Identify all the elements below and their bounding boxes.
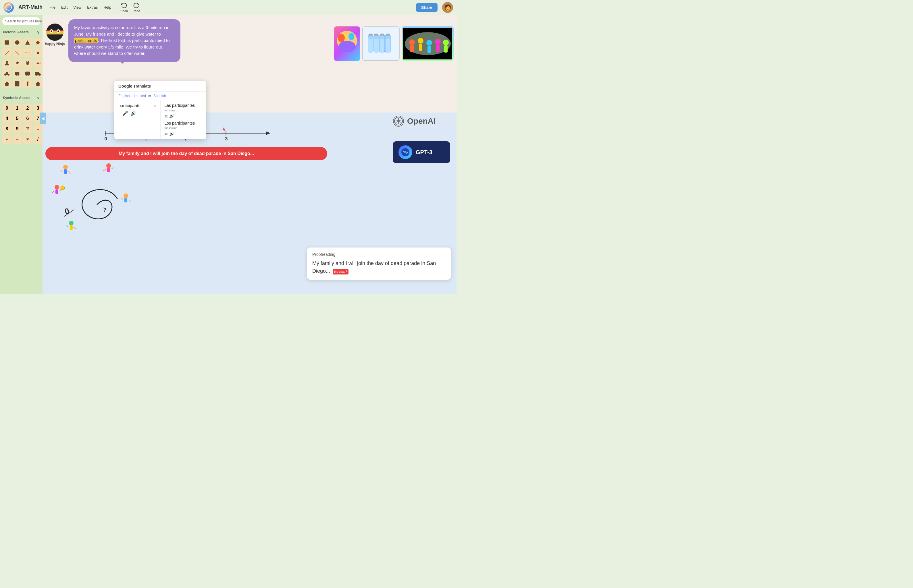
translate-speaker-icon[interactable]: 🔊 (130, 111, 136, 116)
icon-building[interactable] (13, 79, 22, 89)
icon-rooster[interactable] (13, 58, 22, 68)
icon-train[interactable] (13, 69, 22, 78)
search-box[interactable]: 🔍 (2, 17, 40, 25)
svg-line-104 (129, 200, 131, 202)
pictorial-chevron[interactable]: ∨ (37, 30, 40, 34)
svg-point-97 (69, 221, 74, 225)
svg-point-8 (37, 52, 39, 54)
svg-line-103 (121, 198, 123, 200)
toolbar-actions: Undo Redo (120, 2, 140, 13)
translate-lang-row: English - detected ⇄ Spanish (114, 92, 206, 100)
icon-person[interactable] (2, 58, 11, 68)
shape-dot[interactable] (33, 48, 42, 57)
svg-rect-59 (385, 35, 390, 39)
menu-file[interactable]: File (49, 5, 55, 10)
svg-point-46 (348, 33, 354, 40)
line-dashed[interactable] (23, 48, 32, 57)
sym-divide[interactable]: / (33, 135, 42, 144)
avatar: 🧑 (442, 2, 453, 13)
speaker3-icon[interactable]: 🔊 (169, 131, 174, 136)
sym-equals[interactable]: = (33, 124, 42, 134)
translate-mic-icon[interactable]: 🎤 (122, 111, 128, 116)
sym-minus[interactable]: − (13, 135, 22, 144)
shape-circle[interactable] (13, 38, 22, 47)
svg-point-11 (26, 61, 27, 63)
icon-bike[interactable] (2, 69, 11, 78)
icon-house[interactable] (2, 79, 11, 89)
translate-clear-icon[interactable]: × (154, 103, 156, 108)
undo-button[interactable]: Undo (120, 2, 128, 13)
line-diagonal1[interactable] (2, 48, 11, 57)
svg-rect-94 (107, 168, 110, 172)
svg-rect-29 (16, 82, 17, 83)
svg-point-66 (426, 40, 432, 46)
menu-edit[interactable]: Edit (61, 5, 68, 10)
num-8[interactable]: 8 (2, 124, 11, 134)
icon-tower[interactable] (23, 79, 32, 89)
svg-rect-71 (444, 45, 448, 53)
num-6[interactable]: 6 (23, 114, 32, 123)
svg-rect-90 (64, 170, 67, 174)
shape-triangle[interactable] (23, 38, 32, 47)
translate-swap-icon[interactable]: ⇄ (148, 94, 151, 98)
sym-plus[interactable]: + (2, 135, 11, 144)
svg-rect-63 (410, 45, 414, 52)
num-5[interactable]: 5 (13, 114, 22, 123)
icon-rabbit[interactable] (23, 58, 32, 68)
shape-square[interactable] (2, 38, 11, 47)
drawing-area[interactable]: 0 (48, 162, 146, 236)
svg-rect-65 (419, 44, 423, 51)
sidebar: 🔍 Pictorial Assets ∨ (0, 15, 42, 294)
svg-rect-98 (70, 225, 73, 230)
copy-icon[interactable]: ⧉ (165, 114, 167, 119)
copy2-icon[interactable]: ⧉ (165, 131, 167, 136)
speaker2-icon[interactable]: 🔊 (169, 114, 174, 119)
num-0[interactable]: 0 (2, 103, 11, 113)
translate-target-lang[interactable]: Spanish (154, 94, 166, 98)
search-input[interactable] (5, 19, 42, 23)
svg-point-22 (26, 75, 27, 76)
icon-truck[interactable] (33, 69, 42, 78)
svg-point-68 (435, 39, 441, 45)
translate-result2-icons: ⧉ 🔊 (165, 131, 202, 136)
photo-1[interactable] (334, 26, 360, 61)
speech-text-before: My favorite activity is color run. It is… (74, 25, 170, 36)
svg-marker-73 (266, 131, 270, 135)
num-3[interactable]: 3 (33, 103, 42, 113)
proofreading-text: My family and I will join the day of dea… (312, 260, 445, 275)
svg-line-100 (74, 228, 76, 229)
sym-multiply[interactable]: × (23, 135, 32, 144)
translate-source-lang[interactable]: English - detected (118, 94, 146, 98)
red-banner: My family and I will join the day of dea… (45, 147, 327, 160)
proofreading-title: Proofreading (312, 252, 445, 257)
symbolic-chevron[interactable]: ∨ (37, 95, 40, 100)
svg-line-96 (112, 167, 113, 169)
num-4[interactable]: 4 (2, 114, 11, 123)
photo-water-bottles[interactable] (362, 26, 400, 61)
gpt3-button[interactable]: GPT-3 (393, 141, 450, 163)
translate-source-icons: 🎤 🔊 (118, 108, 156, 118)
num-9[interactable]: 9 (13, 124, 22, 134)
icon-house2[interactable] (33, 79, 42, 89)
menu-view[interactable]: View (73, 5, 81, 10)
photo-color-run[interactable] (402, 26, 453, 61)
num-2[interactable]: 2 (23, 103, 32, 113)
shape-star[interactable] (33, 38, 42, 47)
translate-title: Google Translate (114, 81, 206, 92)
menu-help[interactable]: Help (104, 5, 111, 10)
sidebar-collapse-button[interactable]: ◀ (40, 113, 46, 124)
proofreading-error-tag[interactable]: the dead? (333, 269, 348, 275)
svg-rect-67 (427, 46, 431, 53)
icon-fish[interactable] (33, 58, 42, 68)
svg-point-93 (106, 163, 111, 168)
redo-button[interactable]: Redo (133, 2, 140, 13)
menu-bar: ART-Math File Edit View Extras Help Undo… (0, 0, 456, 15)
num-1[interactable]: 1 (13, 103, 22, 113)
svg-point-13 (27, 63, 28, 64)
menu-extras[interactable]: Extras (87, 5, 98, 10)
svg-point-26 (39, 75, 40, 76)
share-button[interactable]: Share (416, 3, 437, 12)
sym-question[interactable]: ? (23, 124, 32, 134)
line-diagonal2[interactable] (13, 48, 22, 57)
icon-bus[interactable] (23, 69, 32, 78)
